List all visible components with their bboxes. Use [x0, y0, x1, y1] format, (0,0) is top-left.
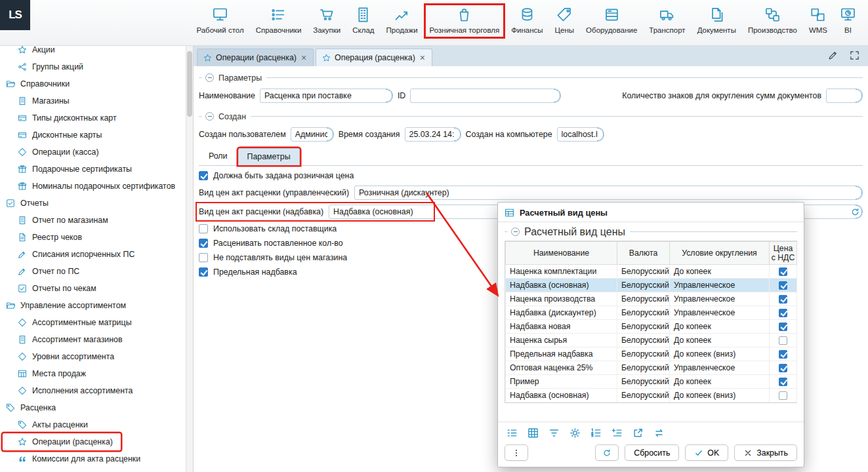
no-store-types-checkbox[interactable] — [199, 253, 208, 262]
price-type-row[interactable]: Наценка сырья Белорусский До копеек — [506, 334, 797, 347]
subtab[interactable]: Параметры — [238, 148, 300, 165]
sidebar-item[interactable]: Отчет по магазинам — [0, 212, 193, 229]
name-input[interactable]: Расценка при поставке — [260, 88, 393, 103]
tab-close-icon[interactable]: × — [300, 53, 307, 62]
vat-checkbox[interactable] — [779, 309, 787, 317]
toolbar-module[interactable]: Закупки — [307, 3, 346, 39]
toolbar-module[interactable]: Документы — [692, 3, 742, 39]
toolbar-module[interactable]: Оборудование — [580, 3, 643, 39]
limit-markup-checkbox[interactable] — [199, 267, 208, 277]
field-refresh-icon[interactable] — [850, 207, 860, 217]
toolbar-module[interactable]: Продажи — [381, 3, 424, 39]
external-icon[interactable] — [632, 427, 644, 439]
toolbar-module[interactable]: Финансы — [505, 3, 548, 39]
app-logo[interactable]: LS — [0, 0, 30, 30]
collapse-icon[interactable] — [205, 112, 214, 121]
sidebar-scrollbar-thumb[interactable] — [187, 51, 192, 117]
refresh-button[interactable] — [595, 444, 619, 461]
created-time-input[interactable]: 25.03.24 14:38 — [405, 127, 461, 142]
vat-checkbox[interactable] — [779, 364, 787, 372]
sidebar-item[interactable]: Операции (расценка) — [3, 433, 121, 450]
sidebar-item[interactable]: Места продаж — [0, 365, 193, 382]
price-type-row[interactable]: Надбавка (дискаунтер) Белорусский Управл… — [506, 306, 797, 320]
delivered-qty-checkbox[interactable] — [199, 239, 208, 248]
retail-required-checkbox[interactable] — [199, 171, 208, 180]
column-header-vat[interactable]: Цена с НДС — [770, 242, 797, 265]
toolbar-module[interactable]: Рабочий стол — [190, 3, 249, 39]
document-tab[interactable]: Операции (расценка) × — [197, 49, 314, 66]
sidebar-item[interactable]: Акты расценки — [0, 416, 193, 433]
list-view-icon[interactable] — [506, 427, 518, 439]
vat-checkbox[interactable] — [779, 281, 787, 290]
column-header-currency[interactable]: Валюта — [617, 242, 670, 265]
subtab[interactable]: Роли — [200, 148, 236, 165]
filter-icon[interactable] — [548, 427, 560, 439]
managerial-price-type-field[interactable]: Розничная (дискаунтер) — [354, 186, 863, 200]
sidebar-item[interactable]: Реестр чеков — [0, 229, 193, 246]
vat-checkbox[interactable] — [779, 267, 787, 276]
rounding-digits-input[interactable] — [826, 88, 863, 103]
numbered-list-icon[interactable] — [590, 427, 602, 439]
sidebar-item[interactable]: Управление ассортиментом — [0, 297, 193, 314]
sidebar-item[interactable]: Списания испорченных ПС — [0, 246, 193, 263]
reset-button[interactable]: Сбросить — [625, 444, 679, 461]
sidebar-scrollbar[interactable] — [186, 46, 193, 472]
collapse-icon[interactable] — [205, 73, 214, 82]
toolbar-module[interactable]: Склад — [346, 3, 380, 39]
toolbar-module[interactable]: Цены — [549, 3, 581, 39]
sidebar-item[interactable]: Отчеты по чекам — [0, 280, 193, 297]
sidebar-item[interactable]: Справочники — [0, 75, 193, 92]
price-type-row[interactable]: Пример Белорусский До копеек — [506, 375, 797, 389]
supplier-warehouse-checkbox[interactable] — [199, 224, 208, 233]
sidebar-item[interactable]: Уровни ассортимента — [0, 348, 193, 365]
toolbar-module[interactable]: Производство — [742, 3, 803, 39]
price-type-row[interactable]: Наценка комплектации Белорусский До копе… — [506, 265, 797, 279]
price-type-row[interactable]: Предельная надбавка Белорусский До копее… — [506, 347, 797, 361]
close-button[interactable]: Закрыть — [734, 444, 797, 461]
vat-checkbox[interactable] — [779, 323, 787, 331]
sidebar-item[interactable]: Исполнения ассортимента — [0, 382, 193, 399]
edit-icon[interactable] — [827, 50, 838, 61]
sidebar-item[interactable]: Комиссии для акта расценки — [0, 450, 193, 467]
id-input[interactable] — [410, 88, 561, 103]
document-tab[interactable]: Операция (расценка) × — [316, 49, 432, 66]
ok-button[interactable]: OK — [685, 444, 728, 461]
price-type-row[interactable]: Надбавка (основная) Белорусский До копее… — [506, 389, 797, 403]
tab-close-icon[interactable]: × — [419, 53, 426, 62]
sidebar-item[interactable]: Расценка — [0, 399, 193, 416]
sidebar-item[interactable]: Группы акций — [0, 58, 193, 75]
gear-icon[interactable] — [569, 427, 581, 439]
toolbar-module[interactable]: Розничная торговля — [424, 3, 506, 39]
sidebar-item[interactable]: Отчет по ПС — [0, 263, 193, 280]
price-type-row[interactable]: Надбавка (основная) Белорусский Управлен… — [506, 279, 797, 292]
sidebar-item[interactable]: Акции — [0, 46, 193, 58]
created-user-input[interactable]: Администрат — [291, 127, 334, 142]
sidebar-item[interactable]: Номиналы подарочных сертификатов — [0, 178, 193, 195]
vat-checkbox[interactable] — [779, 378, 787, 386]
sidebar-item[interactable]: Ассортимент магазинов — [0, 331, 193, 348]
price-type-row[interactable]: Оптовая наценка 25% Белорусский Управлен… — [506, 361, 797, 375]
grid-view-icon[interactable] — [527, 427, 539, 439]
sidebar-item[interactable]: Операции (касса) — [0, 144, 193, 161]
column-header-rounding[interactable]: Условие округления — [670, 242, 770, 265]
transfer-icon[interactable] — [653, 427, 665, 439]
sidebar-item[interactable]: Дисконтные карты — [0, 127, 193, 144]
created-computer-input[interactable]: localhost.loca — [557, 127, 604, 142]
fullscreen-icon[interactable] — [849, 50, 860, 61]
sidebar-item[interactable]: Типы дисконтных карт — [0, 109, 193, 127]
toolbar-module[interactable]: Транспорт — [643, 3, 691, 39]
vat-checkbox[interactable] — [779, 391, 787, 400]
price-type-row[interactable]: Надбавка новая Белорусский До копеек — [506, 320, 797, 334]
sidebar-item[interactable]: Подарочные сертификаты — [0, 161, 193, 178]
vat-checkbox[interactable] — [779, 295, 787, 304]
more-actions-button[interactable] — [505, 444, 528, 461]
vat-checkbox[interactable] — [779, 350, 787, 359]
sidebar-item[interactable]: Магазины — [0, 92, 193, 109]
vat-checkbox[interactable] — [779, 336, 787, 345]
sidebar-item[interactable]: Отчеты — [0, 195, 193, 212]
toolbar-module[interactable]: Справочники — [250, 3, 308, 39]
column-header-name[interactable]: Наименование — [506, 242, 617, 265]
add-group-icon[interactable] — [611, 427, 623, 439]
toolbar-module[interactable]: WMS — [803, 3, 833, 39]
price-type-row[interactable]: Наценка производства Белорусский Управле… — [506, 292, 797, 306]
